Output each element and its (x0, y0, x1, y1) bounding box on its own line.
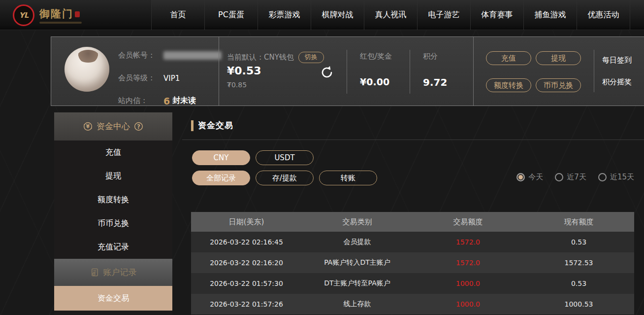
radio-label: 今天 (528, 173, 543, 182)
quick-link-1[interactable]: 每日签到 (602, 56, 632, 65)
red-packet-label: 红包/奖金 (360, 52, 392, 61)
table-row: 2026-03-22 02:16:45会员提款1572.00.53 (191, 232, 634, 252)
sidebar-item-4[interactable]: 币币兑换 (54, 211, 172, 235)
table-header-3: 交易额度 (413, 212, 523, 232)
wallet-actions: 充值提现额度转换币币兑换每日签到积分摇奖 (473, 37, 644, 105)
inbox-label: 站内信： (118, 96, 163, 105)
page-title: 资金交易 (198, 120, 233, 131)
refresh-icon[interactable] (320, 66, 334, 79)
nav-item-10[interactable]: A (630, 0, 644, 30)
action-button-3[interactable]: 额度转换 (486, 78, 531, 92)
quick-link-2[interactable]: 积分摇奖 (602, 77, 632, 87)
table-cell: 1572.0 (413, 232, 523, 252)
sidebar-section-funds: ¥ 资金中心 ? (54, 112, 172, 140)
page: YL 御隆门 首页PC蛋蛋彩票游戏棋牌对战真人视讯电子游艺体育赛事捕鱼游戏优惠活… (0, 0, 644, 315)
wallet-switch-button[interactable]: 切换 (298, 52, 324, 63)
red-packet-section: 红包/奖金 ¥0.00 (347, 37, 410, 105)
wallet-balance-usdt: ₮0.85 (227, 81, 247, 89)
table-body: 2026-03-22 02:16:45会员提款1572.00.532026-03… (191, 232, 634, 315)
table-row: 2026-03-22 01:57:26线上存款1000.01000.53 (191, 294, 634, 315)
date-filter-3[interactable]: 近15天 (598, 173, 634, 182)
points-value: 9.72 (423, 76, 447, 88)
filter-tab-3[interactable]: 转账 (319, 171, 377, 185)
nav-item-6[interactable]: 电子游艺 (417, 0, 470, 30)
level-label: 会员等级： (118, 73, 163, 83)
red-packet-value: ¥0.00 (360, 76, 389, 87)
inbox-unread-suffix[interactable]: 封未读 (172, 96, 196, 106)
action-button-1[interactable]: 充值 (486, 51, 531, 65)
level-value: VIP1 (163, 74, 180, 83)
svg-text:¥: ¥ (93, 273, 95, 275)
wallet-balance-cny: ¥0.53 (227, 65, 261, 77)
table-cell: 1000.53 (523, 294, 634, 315)
ledger-icon: ¥ (90, 268, 99, 277)
nav-item-9[interactable]: 优惠活动 (577, 0, 630, 30)
user-avatar[interactable] (64, 47, 109, 92)
table-cell: PA账户转入DT主账户 (302, 252, 413, 273)
radio-label: 近7天 (567, 173, 586, 182)
radio-icon (516, 173, 525, 181)
user-panel: 会员帐号： 会员等级： VIP1 站内信： 6 封未读 当前默认：CNY钱包 切… (51, 36, 644, 106)
table-cell: 2026-03-22 01:57:30 (191, 273, 302, 294)
brand-tagline (39, 22, 82, 24)
points-section: 积分 9.72 (410, 37, 473, 105)
sidebar-section-account: ¥ 账户记录 (54, 259, 172, 286)
table-cell: 1000.0 (413, 273, 523, 294)
radio-icon (598, 173, 607, 181)
sidebar-item-1[interactable]: 充值 (54, 140, 172, 164)
date-filter-radios: 今天近7天近15天 (516, 173, 634, 182)
table-cell: 1572.0 (413, 252, 523, 273)
svg-text:?: ? (137, 123, 140, 130)
currency-tab-2[interactable]: USDT (256, 150, 314, 165)
main-nav: 首页PC蛋蛋彩票游戏棋牌对战真人视讯电子游艺体育赛事捕鱼游戏优惠活动A (151, 0, 644, 30)
nav-item-2[interactable]: PC蛋蛋 (204, 0, 258, 30)
table-cell: 会员提款 (302, 232, 413, 252)
nav-item-5[interactable]: 真人视讯 (364, 0, 417, 30)
nav-item-7[interactable]: 体育赛事 (470, 0, 523, 30)
table-cell: 线上存款 (302, 294, 413, 315)
table-cell: 0.53 (523, 232, 634, 252)
wallet-section: 当前默认：CNY钱包 切换 ¥0.53 ₮0.85 (219, 37, 347, 105)
sidebar-item-3[interactable]: 额度转换 (54, 188, 172, 211)
nav-item-8[interactable]: 捕鱼游戏 (523, 0, 577, 30)
table-cell: 0.53 (523, 273, 634, 294)
table-header-2: 交易类别 (302, 212, 413, 232)
action-button-2[interactable]: 提现 (536, 51, 581, 65)
currency-tabs: CNYUSDT (192, 150, 314, 165)
filter-tabs: 全部记录存/提款转账 (192, 171, 377, 185)
sidebar-item-5[interactable]: 充值记录 (54, 235, 172, 259)
table-cell: DT主账户转至PA账户 (302, 273, 413, 294)
date-filter-2[interactable]: 近7天 (555, 173, 586, 182)
nav-item-3[interactable]: 彩票游戏 (258, 0, 311, 30)
filter-tab-1[interactable]: 全部记录 (192, 171, 250, 185)
sidebar-items: 充值提现额度转换币币兑换充值记录 (54, 140, 172, 259)
inbox-unread-count[interactable]: 6 (163, 96, 170, 106)
currency-tab-1[interactable]: CNY (192, 150, 250, 165)
nav-item-4[interactable]: 棋牌对战 (311, 0, 364, 30)
table-header-row: 日期(美东)交易类别交易额度现有额度 (191, 212, 634, 232)
sidebar: ¥ 资金中心 ? 充值提现额度转换币币兑换充值记录 ¥ 账户记录 资金交易 (54, 112, 172, 315)
actions-divider (594, 50, 594, 92)
date-filter-1[interactable]: 今天 (516, 173, 543, 182)
user-info: 会员帐号： 会员等级： VIP1 站内信： 6 封未读 (118, 48, 222, 116)
sidebar-item-fund-transactions[interactable]: 资金交易 (54, 286, 172, 311)
filter-tab-2[interactable]: 存/提款 (256, 171, 314, 185)
table-cell: 1572.53 (523, 252, 634, 273)
table-header-1: 日期(美东) (191, 212, 302, 232)
nav-item-1[interactable]: 首页 (151, 0, 204, 30)
radio-label: 近15天 (610, 173, 634, 182)
table-cell: 2026-03-22 02:16:20 (191, 252, 302, 273)
table-header-4: 现有额度 (523, 212, 634, 232)
table-cell: 2026-03-22 02:16:45 (191, 232, 302, 252)
brand-logo[interactable]: YL 御隆门 (13, 3, 82, 28)
help-icon[interactable]: ? (134, 122, 143, 131)
title-divider (182, 140, 644, 140)
svg-text:¥: ¥ (86, 123, 90, 129)
action-button-4[interactable]: 币币兑换 (536, 78, 581, 92)
table-cell: 2026-03-22 01:57:26 (191, 294, 302, 315)
top-navbar: YL 御隆门 首页PC蛋蛋彩票游戏棋牌对战真人视讯电子游艺体育赛事捕鱼游戏优惠活… (0, 0, 644, 30)
brand-logo-icon: YL (13, 4, 34, 26)
sidebar-item-2[interactable]: 提现 (54, 164, 172, 188)
table-row: 2026-03-22 01:57:30DT主账户转至PA账户1000.00.53 (191, 273, 634, 294)
brand-name: 御隆门 (39, 8, 73, 20)
